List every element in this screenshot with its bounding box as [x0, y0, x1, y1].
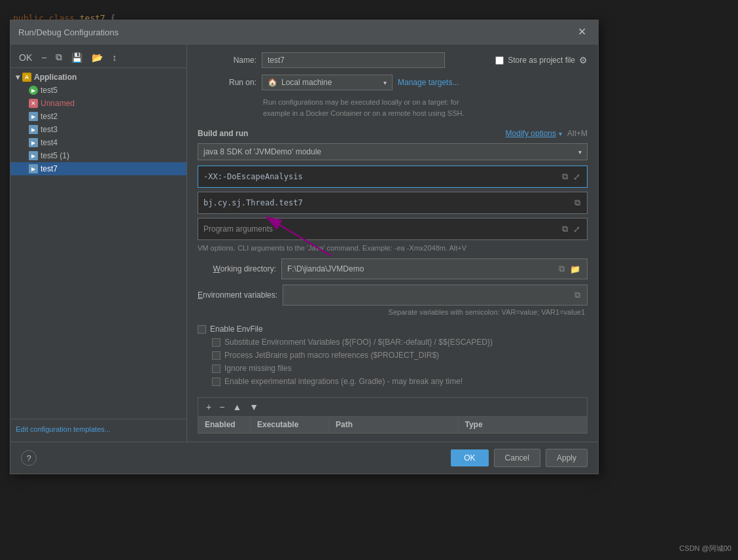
- copy-icon[interactable]: ⧉: [557, 262, 566, 275]
- sdk-dropdown[interactable]: java 8 SDK of 'JVMDemo' module ▾: [198, 143, 588, 160]
- sub-env2-checkbox[interactable]: [212, 351, 220, 360]
- house-icon: 🏠: [268, 78, 277, 87]
- sidebar-tree: ▾ A Application ▶ test5 ✕ Unnamed ▶ test…: [10, 68, 186, 419]
- save-config-button[interactable]: 💾: [68, 50, 86, 65]
- file-icon: ▶: [29, 151, 38, 160]
- ok-button[interactable]: OK: [451, 449, 488, 466]
- file-icon: ▶: [29, 112, 38, 121]
- vm-options-value: -XX:-DoEscapeAnalysis: [203, 172, 561, 181]
- expand-icon[interactable]: ⤢: [572, 223, 582, 236]
- sidebar-item-test3[interactable]: ▶ test3: [10, 123, 186, 136]
- vm-options-input[interactable]: -XX:-DoEscapeAnalysis ⧉ ⤢: [198, 166, 588, 188]
- application-icon: A: [22, 73, 31, 82]
- expand-icon[interactable]: ⤢: [572, 171, 582, 183]
- store-checkbox-row: Store as project file ⚙: [495, 55, 588, 65]
- main-class-input[interactable]: bj.cy.sj.Thread.test7 ⧉: [198, 192, 588, 214]
- open-config-button[interactable]: 📂: [88, 50, 106, 65]
- tree-group-label: Application: [34, 73, 77, 82]
- sidebar-item-test7[interactable]: ▶ test7: [10, 162, 186, 175]
- dialog-titlebar: Run/Debug Configurations ✕: [10, 20, 598, 44]
- sidebar-item-label: test5: [41, 86, 58, 95]
- env-vars-input[interactable]: ⧉: [283, 285, 588, 306]
- run-on-row: Run on: 🏠 Local machine ▾ Manage targets…: [198, 75, 588, 90]
- working-dir-value: F:\D\jianda\JVMDemo: [287, 264, 557, 273]
- edit-templates-link[interactable]: Edit configuration templates...: [16, 425, 111, 433]
- apply-button[interactable]: Apply: [546, 449, 588, 467]
- help-button[interactable]: ?: [21, 450, 37, 466]
- remove-config-button[interactable]: −: [38, 50, 50, 65]
- sidebar-item-label: test5 (1): [41, 151, 69, 160]
- name-label: Name:: [198, 56, 256, 65]
- ignore-missing-label: Ignore missing files: [224, 364, 292, 373]
- vm-options-icons: ⧉ ⤢: [561, 170, 582, 183]
- right-panel: Name: Store as project file ⚙ Run on: 🏠 …: [187, 44, 598, 442]
- experimental-checkbox[interactable]: [212, 377, 220, 386]
- sub-env1-label: Substitute Environment Variables (${FOO}…: [224, 338, 493, 347]
- col-enabled: Enabled: [198, 417, 251, 432]
- shortcut-label: Alt+M: [567, 129, 588, 138]
- sort-config-button[interactable]: ↕: [109, 50, 120, 65]
- run-debug-configurations-dialog: Run/Debug Configurations ✕ OK − ⧉ 💾 📂 ↕ …: [10, 20, 599, 474]
- env-vars-label: Environment variables:: [198, 290, 277, 300]
- chevron-down-icon: ▾: [578, 149, 582, 156]
- working-dir-input[interactable]: F:\D\jianda\JVMDemo ⧉ 📁: [281, 258, 588, 279]
- program-args-icons: ⧉ ⤢: [561, 222, 582, 236]
- sidebar-item-test5[interactable]: ▶ test5: [10, 84, 186, 97]
- working-dir-label: Working directory:: [198, 264, 276, 273]
- gear-icon[interactable]: ⚙: [579, 55, 588, 65]
- sidebar-item-label: test3: [41, 125, 58, 134]
- copy-icon[interactable]: ⧉: [573, 289, 582, 302]
- chevron-down-icon: ▾: [383, 79, 387, 86]
- copy-config-button[interactable]: ⧉: [52, 50, 65, 65]
- cancel-button[interactable]: Cancel: [494, 449, 540, 467]
- modify-options-link[interactable]: Modify options: [506, 129, 556, 138]
- dialog-title: Run/Debug Configurations: [18, 27, 118, 37]
- run-on-label: Run on:: [198, 78, 256, 87]
- run-info-text: Run configurations may be executed local…: [263, 97, 588, 118]
- run-on-dropdown[interactable]: 🏠 Local machine ▾: [262, 75, 393, 90]
- section-title: Build and run: [198, 129, 248, 138]
- file-icon: ▶: [29, 164, 38, 173]
- ignore-missing-checkbox[interactable]: [212, 364, 220, 373]
- sidebar-footer: Edit configuration templates...: [10, 419, 186, 439]
- sidebar-item-label: test4: [41, 138, 58, 147]
- vm-hint-text: VM options. CLI arguments to the 'Java' …: [198, 244, 588, 252]
- col-executable: Executable: [251, 417, 329, 432]
- name-input[interactable]: [262, 52, 445, 68]
- sidebar-item-unnamed[interactable]: ✕ Unnamed: [10, 97, 186, 110]
- file-icon: ▶: [29, 125, 38, 134]
- run-icon: ▶: [29, 86, 38, 95]
- col-path: Path: [329, 417, 459, 432]
- enable-envfile-label: Enable EnvFile: [210, 324, 263, 334]
- working-dir-row: Working directory: F:\D\jianda\JVMDemo ⧉…: [198, 258, 588, 279]
- table-down-button[interactable]: ▼: [247, 400, 261, 413]
- table-add-button[interactable]: +: [203, 400, 214, 413]
- table-section: + − ▲ ▼ Enabled Executable Path Type: [198, 397, 588, 434]
- tree-group-application[interactable]: ▾ A Application: [10, 71, 186, 84]
- table-header: Enabled Executable Path Type: [198, 417, 587, 433]
- sidebar-item-test2[interactable]: ▶ test2: [10, 110, 186, 123]
- table-toolbar: + − ▲ ▼: [198, 398, 587, 417]
- sidebar-item-test4[interactable]: ▶ test4: [10, 136, 186, 149]
- close-button[interactable]: ✕: [574, 26, 590, 39]
- manage-targets-link[interactable]: Manage targets...: [398, 78, 459, 87]
- sub-env1-checkbox[interactable]: [212, 338, 220, 347]
- enable-envfile-checkbox[interactable]: [198, 325, 206, 334]
- enable-envfile-item: Enable EnvFile: [198, 323, 588, 336]
- sidebar-item-test5-1[interactable]: ▶ test5 (1): [10, 149, 186, 162]
- copy-icon[interactable]: ⧉: [561, 222, 569, 236]
- envfile-section: Enable EnvFile Substitute Environment Va…: [198, 323, 588, 388]
- program-args-input[interactable]: Program arguments ⧉ ⤢: [198, 218, 588, 240]
- store-project-checkbox[interactable]: [495, 56, 504, 65]
- table-remove-button[interactable]: −: [217, 400, 227, 413]
- copy-icon[interactable]: ⧉: [573, 196, 582, 209]
- env-hint-text: Separate variables with semicolon: VAR=v…: [198, 308, 585, 316]
- program-args-placeholder: Program arguments: [203, 224, 561, 234]
- copy-icon[interactable]: ⧉: [561, 170, 569, 183]
- sdk-value: java 8 SDK of 'JVMDemo' module: [203, 147, 321, 156]
- file-icon: ▶: [29, 138, 38, 147]
- table-up-button[interactable]: ▲: [230, 400, 244, 413]
- add-config-button[interactable]: OK: [16, 50, 35, 65]
- folder-icon[interactable]: 📁: [569, 263, 582, 275]
- tree-expand-icon: ▾: [16, 73, 20, 82]
